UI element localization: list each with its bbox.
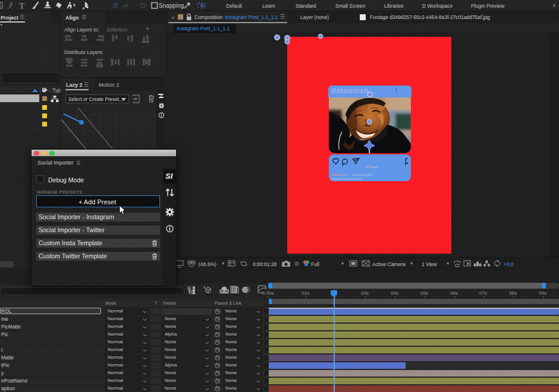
svg-text:Distribute Layers:: Distribute Layers: [64, 49, 103, 55]
svg-text:T: T [19, 2, 25, 11]
svg-text:Snapping: Snapping [159, 2, 184, 9]
